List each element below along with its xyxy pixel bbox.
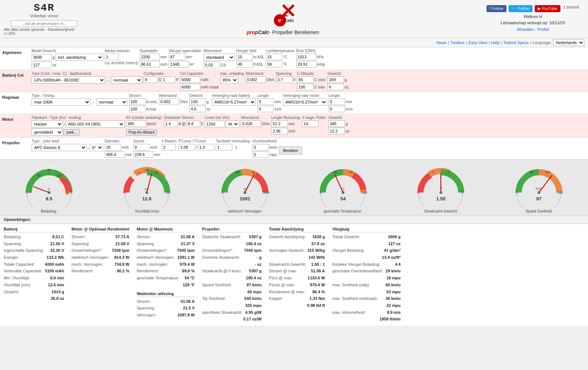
stroom-cont-input[interactable] [129,98,146,105]
tandwiel-input[interactable] [216,144,232,150]
mot-gewicht-g-input[interactable] [328,120,345,127]
bat-weerstand-input[interactable] [245,76,266,83]
motor-type-select[interactable]: A50-16S V4 (365) [66,120,125,128]
c-max-input[interactable] [297,84,313,90]
lucht-c-input[interactable] [266,54,282,60]
behuizing-inch-input[interactable] [271,128,288,134]
verlenging-mot-label: Verlenging naar motor: [283,94,327,98]
vlak-in2-input[interactable] [169,61,189,68]
project-input[interactable] [11,20,77,27]
nav-news[interactable]: News [437,40,447,45]
limiet-unit-select[interactable]: W [226,120,239,128]
twitter-follow-button[interactable]: 🐦 Follow [509,5,533,12]
onbelast-v-input[interactable] [186,120,200,127]
span-inch-input[interactable] [140,61,160,68]
bat-gewicht-oz-input[interactable] [327,84,344,90]
koeling-select[interactable]: gemiddeld [32,128,63,136]
spoed-label: Spoed: [133,139,160,143]
reg-weerstand-input[interactable] [159,98,179,105]
pconst-label: PConst / TConst: [179,139,214,143]
batterij-type-select[interactable]: LiPo 6000mAh - 65/100C [32,76,105,84]
vleugel-group: Vleugel oppervlakte: dm² in² [169,49,202,68]
tconst-input[interactable] [198,144,214,150]
verlenging-mot-select[interactable]: AWG10=5.27mm² [283,98,327,106]
lengte-mot-inch-input[interactable] [329,106,345,112]
polen-input[interactable] [302,120,319,127]
behuizing-mm-input[interactable] [271,120,288,127]
aandrijving-select[interactable]: incl. aandrijving excl. aandrijving [55,54,103,61]
lucht-f-input[interactable] [266,61,282,68]
timing-select[interactable]: normaal [96,98,128,106]
bladen-input[interactable] [162,144,176,150]
weerstand-select[interactable]: standaard [204,54,235,61]
aantal-input[interactable] [105,54,119,60]
hoogte-m-input[interactable] [236,54,253,60]
cd-input[interactable] [204,62,220,68]
result-value: 37.73 A [115,233,129,240]
hoogte-ft-input[interactable] [236,61,253,68]
diam-mm-input[interactable] [105,151,125,158]
wizard-button[interactable]: Prop-Kv-Wizard [126,129,157,135]
nav-toolbox[interactable]: Toolbox [451,40,465,45]
lengte-bat-mm-input[interactable] [257,98,274,105]
result-label: Stuwkracht-Gewicht: [269,261,306,268]
vlucht-kmh-input[interactable] [252,144,269,150]
mot-weerstand-label: Weerstand: [241,116,270,120]
mot-gewicht-oz-input[interactable] [328,128,345,134]
bat-gewicht-g-input[interactable] [327,76,344,83]
nav-easy-view[interactable]: Easy View [469,40,487,45]
config-p-input[interactable] [161,76,175,83]
zoek-button[interactable]: zoek... [64,129,79,135]
gewicht-oz-input[interactable] [32,62,52,68]
regelaar-type-select[interactable]: max 100A [32,98,90,106]
ontlading-select[interactable]: 85% [220,76,238,84]
prop-type-select[interactable]: APC Electric E [32,144,87,151]
span-mm-input[interactable] [140,54,160,60]
result-value: 7258 tpm [112,247,129,254]
result-row: Ingeschatte Spanning:22.20 V [4,247,64,254]
druk-inhg-input[interactable] [296,61,316,68]
reg-gewicht-oz-input[interactable] [189,106,206,112]
facebook-follow-button[interactable]: f Follow [487,5,506,12]
result-row: specifieke Stuwkracht:4.95 g/W [202,309,262,316]
bereken-button[interactable]: Bereken [279,146,302,155]
laad-select[interactable]: normaal [111,76,142,84]
profile-link[interactable]: Profiel [538,27,549,32]
twist-select[interactable]: 0° [90,144,103,151]
stroom-max-input[interactable] [129,106,146,112]
lengte-bat-inch-input[interactable] [257,106,274,112]
lengte-mot-mm-input[interactable] [329,98,345,105]
vlucht-mph-input[interactable] [252,151,269,158]
language-select[interactable]: Nederlands English [553,39,584,46]
nav-help[interactable]: Help [491,40,500,45]
verlenging-bat-select[interactable]: AWG10=5.27mm² [212,98,256,106]
c-cont-input[interactable] [297,76,313,83]
result-label: mech. Vermogen: [137,261,168,268]
totaal-input[interactable] [180,84,200,90]
cel-cap-input[interactable] [180,76,200,83]
vlak-dm2-input[interactable] [169,54,185,60]
gewicht-input[interactable] [32,54,52,61]
bereken-group: Bereken [279,139,302,155]
mot-weerstand-unit: Ohm [262,122,270,126]
kv-input[interactable] [126,120,146,127]
onbelast-a-input[interactable] [164,120,178,127]
result-value: 4.95 g/W [245,309,262,316]
diam-inch-input[interactable] [105,144,121,150]
reg-gewicht-g-input[interactable] [189,98,206,105]
youtube-button[interactable]: ▶ YouTube [535,5,560,12]
spoed-mm-input[interactable] [133,151,153,158]
druk-hpa-input[interactable] [296,54,316,60]
fabrikant-select[interactable]: Hacker [32,120,63,128]
limiet-input[interactable] [205,121,225,127]
verlenging-mot-row: AWG10=5.27mm² [283,98,327,106]
result-value: 90.2 % [117,268,129,275]
pconst-input[interactable] [179,144,195,150]
nav-submit-specs[interactable]: Submit Specs [503,40,528,45]
result-label: Rendement @ max: [269,289,305,295]
mot-weerstand-input[interactable] [241,120,261,127]
logout-link[interactable]: Afmelden [517,27,534,32]
spoed-inch-input[interactable] [133,144,150,150]
config-s-input[interactable] [144,76,158,83]
bat-spanning-input[interactable] [276,76,293,83]
